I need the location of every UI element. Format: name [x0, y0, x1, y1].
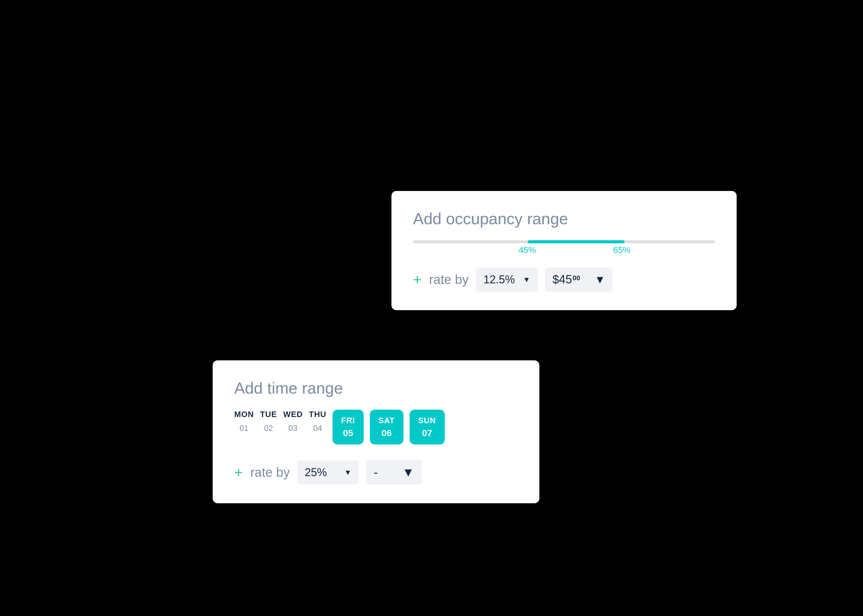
day-col-tue: TUE 02	[260, 410, 277, 445]
range-max-label: 65%	[613, 245, 631, 255]
day-num-sun: 07	[422, 428, 432, 438]
dollar-value-occupancy: $4500	[552, 273, 580, 286]
plus-icon-time: +	[234, 465, 243, 480]
day-badge-sat[interactable]: SAT 06	[370, 410, 403, 445]
day-name-wed: WED	[283, 410, 303, 419]
rate-by-label-time: rate by	[250, 465, 290, 480]
day-num-fri: 05	[343, 428, 353, 438]
range-labels: 45% 65%	[413, 245, 715, 255]
time-card-title: Add time range	[234, 379, 518, 397]
chevron-down-icon-pct: ▼	[523, 275, 531, 284]
time-range-card: Add time range MON 01 TUE 02 WED 03 THU …	[213, 360, 539, 503]
rate-by-label-occupancy: rate by	[429, 272, 468, 287]
day-col-wed: WED 03	[283, 410, 303, 445]
days-grid: MON 01 TUE 02 WED 03 THU 04 FRI 05 SAT	[234, 410, 518, 445]
occupancy-card-title: Add occupancy range	[413, 209, 715, 228]
day-badge-fri[interactable]: FRI 05	[332, 410, 364, 445]
day-name-mon: MON	[234, 410, 254, 419]
plus-icon: +	[413, 272, 422, 287]
percentage-dropdown-time[interactable]: 25% ▼	[297, 460, 359, 484]
range-min-label: 45%	[519, 245, 536, 255]
chevron-down-icon-pct-time: ▼	[344, 468, 352, 477]
day-num-thu: 04	[313, 423, 322, 433]
day-col-sun[interactable]: SUN 07	[409, 410, 445, 445]
percentage-value-occupancy: 12.5%	[483, 273, 515, 286]
dollar-main: $45	[552, 273, 572, 286]
occupancy-rate-row: + rate by 12.5% ▼ $4500 ▼	[413, 267, 715, 292]
day-name-tue: TUE	[260, 410, 277, 419]
day-name-sun: SUN	[418, 416, 436, 425]
day-num-mon: 01	[239, 423, 249, 433]
dash-value-time: -	[373, 465, 378, 479]
day-col-thu: THU 04	[309, 410, 326, 445]
dollar-dropdown-occupancy[interactable]: $4500 ▼	[545, 267, 613, 292]
chevron-down-icon-dollar: ▼	[595, 273, 606, 286]
day-num-sat: 06	[381, 428, 392, 438]
day-num-tue: 02	[264, 423, 273, 433]
day-col-mon: MON 01	[234, 410, 254, 445]
percentage-value-time: 25%	[304, 466, 327, 479]
day-num-wed: 03	[288, 423, 298, 433]
occupancy-range-card: Add occupancy range 45% 65% + rate by 12…	[391, 191, 737, 310]
percentage-dropdown-occupancy[interactable]: 12.5% ▼	[476, 268, 537, 292]
time-rate-row: + rate by 25% ▼ - ▼	[234, 460, 518, 485]
day-name-fri: FRI	[341, 416, 355, 425]
range-track-container: 45% 65%	[413, 240, 715, 255]
dollar-cents: 00	[573, 274, 580, 282]
day-name-thu: THU	[309, 410, 326, 419]
day-col-fri[interactable]: FRI 05	[332, 410, 364, 445]
day-badge-sun[interactable]: SUN 07	[409, 410, 445, 445]
range-track[interactable]	[413, 240, 715, 243]
chevron-down-icon-dash: ▼	[402, 465, 414, 479]
day-name-sat: SAT	[378, 416, 395, 425]
dash-dropdown-time[interactable]: - ▼	[366, 460, 422, 485]
day-col-sat[interactable]: SAT 06	[370, 410, 403, 445]
range-fill	[528, 240, 624, 243]
